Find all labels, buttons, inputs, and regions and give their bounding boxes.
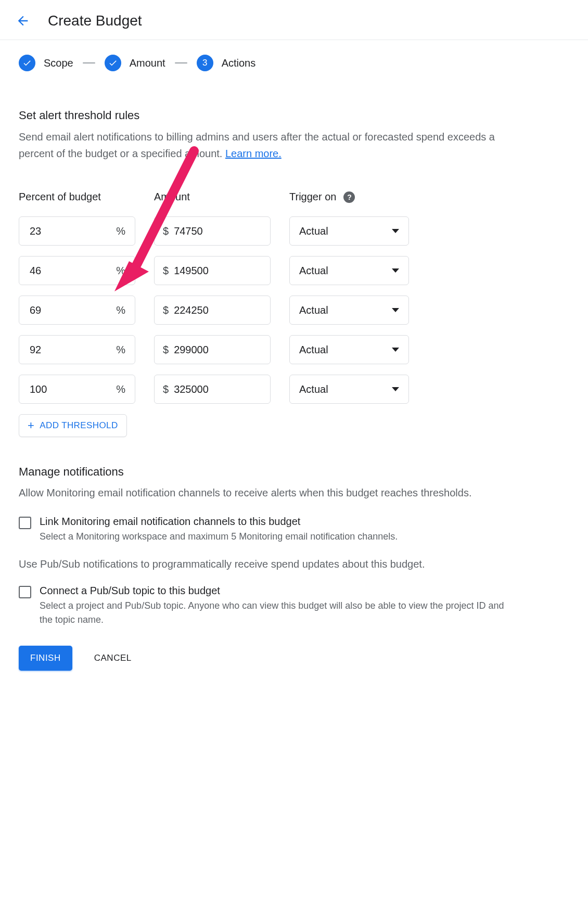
trigger-value: Actual bbox=[299, 344, 328, 356]
stepper: Scope Amount 3 Actions bbox=[19, 55, 507, 71]
amount-input[interactable] bbox=[173, 383, 256, 396]
percent-input[interactable] bbox=[29, 225, 91, 238]
trigger-value: Actual bbox=[299, 225, 328, 237]
check-icon bbox=[105, 55, 121, 71]
trigger-value: Actual bbox=[299, 265, 328, 277]
learn-more-link[interactable]: Learn more. bbox=[225, 148, 282, 159]
trigger-select[interactable]: Actual bbox=[289, 335, 409, 364]
threshold-row: % $ Actual bbox=[19, 216, 507, 246]
manage-notifications-title: Manage notifications bbox=[19, 465, 507, 479]
trigger-select[interactable]: Actual bbox=[289, 296, 409, 325]
threshold-row: % $ Actual bbox=[19, 335, 507, 364]
step-label: Actions bbox=[222, 57, 256, 69]
link-monitoring-sub: Select a Monitoring workspace and maximu… bbox=[40, 530, 507, 544]
percent-suffix: % bbox=[116, 383, 125, 395]
link-monitoring-label: Link Monitoring email notification chann… bbox=[40, 516, 507, 528]
column-header-amount: Amount bbox=[154, 191, 271, 203]
trigger-value: Actual bbox=[299, 383, 328, 395]
percent-suffix: % bbox=[116, 225, 125, 237]
threshold-row: % $ Actual bbox=[19, 296, 507, 325]
step-actions[interactable]: 3 Actions bbox=[197, 55, 256, 71]
alert-threshold-description: Send email alert notifications to billin… bbox=[19, 129, 507, 162]
threshold-row: % $ Actual bbox=[19, 256, 507, 285]
step-amount[interactable]: Amount bbox=[105, 55, 165, 71]
percent-input[interactable] bbox=[29, 383, 91, 396]
step-label: Amount bbox=[130, 57, 165, 69]
column-header-trigger: Trigger on bbox=[289, 191, 336, 203]
percent-input-wrapper[interactable]: % bbox=[19, 335, 135, 364]
step-number: 3 bbox=[197, 55, 213, 71]
currency-prefix: $ bbox=[163, 265, 169, 277]
alert-threshold-title: Set alert threshold rules bbox=[19, 109, 507, 122]
add-threshold-button[interactable]: + ADD THRESHOLD bbox=[19, 414, 127, 437]
amount-input[interactable] bbox=[173, 225, 256, 238]
percent-suffix: % bbox=[116, 304, 125, 316]
column-header-percent: Percent of budget bbox=[19, 191, 135, 203]
step-connector bbox=[83, 62, 95, 63]
chevron-down-icon bbox=[392, 348, 399, 352]
step-label: Scope bbox=[44, 57, 73, 69]
currency-prefix: $ bbox=[163, 225, 169, 237]
amount-input-wrapper[interactable]: $ bbox=[154, 335, 271, 364]
connect-pubsub-checkbox[interactable] bbox=[19, 586, 31, 598]
amount-input-wrapper[interactable]: $ bbox=[154, 216, 271, 246]
add-threshold-label: ADD THRESHOLD bbox=[40, 420, 118, 431]
chevron-down-icon bbox=[392, 308, 399, 312]
percent-input-wrapper[interactable]: % bbox=[19, 216, 135, 246]
connect-pubsub-sub: Select a project and Pub/Sub topic. Anyo… bbox=[40, 599, 507, 627]
amount-input[interactable] bbox=[173, 264, 256, 277]
percent-suffix: % bbox=[116, 265, 125, 277]
percent-input-wrapper[interactable]: % bbox=[19, 296, 135, 325]
percent-input-wrapper[interactable]: % bbox=[19, 256, 135, 285]
currency-prefix: $ bbox=[163, 344, 169, 356]
chevron-down-icon bbox=[392, 268, 399, 273]
back-arrow-icon[interactable] bbox=[15, 12, 31, 29]
threshold-row: % $ Actual bbox=[19, 375, 507, 404]
percent-input[interactable] bbox=[29, 343, 91, 356]
currency-prefix: $ bbox=[163, 304, 169, 316]
pubsub-description: Use Pub/Sub notifications to programmati… bbox=[19, 558, 507, 570]
step-scope[interactable]: Scope bbox=[19, 55, 73, 71]
cancel-button[interactable]: CANCEL bbox=[91, 652, 135, 664]
percent-input[interactable] bbox=[29, 264, 91, 277]
link-monitoring-checkbox[interactable] bbox=[19, 517, 31, 529]
percent-suffix: % bbox=[116, 344, 125, 356]
currency-prefix: $ bbox=[163, 383, 169, 395]
connect-pubsub-label: Connect a Pub/Sub topic to this budget bbox=[40, 585, 507, 597]
trigger-value: Actual bbox=[299, 304, 328, 316]
percent-input[interactable] bbox=[29, 304, 91, 317]
help-icon[interactable]: ? bbox=[343, 191, 355, 203]
amount-input[interactable] bbox=[173, 304, 256, 317]
amount-input-wrapper[interactable]: $ bbox=[154, 296, 271, 325]
amount-input-wrapper[interactable]: $ bbox=[154, 256, 271, 285]
trigger-select[interactable]: Actual bbox=[289, 375, 409, 404]
finish-button[interactable]: FINISH bbox=[19, 646, 72, 671]
chevron-down-icon bbox=[392, 387, 399, 391]
amount-input-wrapper[interactable]: $ bbox=[154, 375, 271, 404]
chevron-down-icon bbox=[392, 229, 399, 233]
trigger-select[interactable]: Actual bbox=[289, 216, 409, 246]
plus-icon: + bbox=[28, 420, 34, 431]
manage-notifications-description: Allow Monitoring email notification chan… bbox=[19, 485, 507, 501]
page-title: Create Budget bbox=[48, 12, 142, 29]
step-connector bbox=[175, 62, 187, 63]
amount-input[interactable] bbox=[173, 343, 256, 356]
percent-input-wrapper[interactable]: % bbox=[19, 375, 135, 404]
check-icon bbox=[19, 55, 35, 71]
trigger-select[interactable]: Actual bbox=[289, 256, 409, 285]
